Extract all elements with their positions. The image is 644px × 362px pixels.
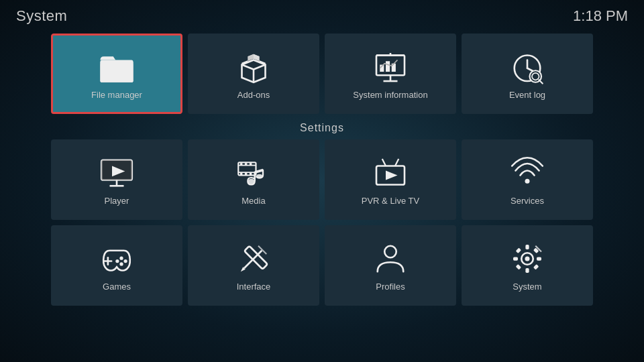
settings-row-2: Games Interface Profiles: [0, 225, 644, 306]
svg-rect-57: [516, 247, 522, 253]
tile-pvr-live-tv[interactable]: PVR & Live TV: [325, 139, 456, 220]
tile-file-manager-label: File manager: [91, 90, 142, 100]
top-bar: System 1:18 PM: [0, 0, 644, 32]
svg-line-38: [395, 159, 398, 166]
system-info-icon: [372, 48, 409, 86]
settings-row-1: Player Me: [0, 139, 644, 220]
svg-point-50: [384, 245, 396, 257]
tile-games-label: Games: [103, 282, 131, 292]
svg-rect-60: [533, 263, 539, 269]
services-icon: [508, 154, 546, 192]
tile-profiles-label: Profiles: [376, 282, 405, 292]
top-tiles-row: File manager Add-ons: [0, 34, 644, 114]
tile-pvr-live-tv-label: PVR & Live TV: [362, 196, 419, 206]
tile-system-label: System: [513, 282, 541, 292]
svg-point-45: [119, 262, 123, 265]
tile-games[interactable]: Games: [51, 225, 182, 306]
tile-interface[interactable]: Interface: [188, 225, 319, 306]
svg-line-37: [382, 159, 386, 166]
svg-rect-25: [240, 163, 243, 166]
interface-icon: [235, 240, 272, 278]
svg-point-40: [525, 178, 530, 183]
svg-rect-7: [386, 61, 390, 72]
svg-rect-2: [101, 61, 133, 82]
tile-profiles[interactable]: Profiles: [325, 225, 456, 306]
svg-rect-56: [537, 257, 541, 260]
media-icon: [235, 154, 272, 192]
svg-rect-30: [250, 173, 252, 176]
svg-point-52: [525, 256, 530, 261]
tile-event-log-label: Event log: [509, 90, 545, 100]
tile-media[interactable]: Media: [188, 139, 319, 220]
tile-event-log[interactable]: Event log: [462, 34, 593, 114]
tile-system-information-label: System information: [353, 90, 427, 100]
settings-section-label: Settings: [0, 122, 644, 134]
clock: 1:18 PM: [573, 7, 628, 25]
tile-interface-label: Interface: [237, 282, 271, 292]
svg-point-32: [256, 174, 264, 178]
folder-icon: [98, 48, 136, 86]
svg-line-15: [539, 80, 543, 83]
svg-rect-28: [240, 173, 243, 176]
tile-system[interactable]: System: [462, 225, 593, 306]
tile-services-label: Services: [511, 196, 544, 206]
svg-point-43: [119, 256, 123, 259]
profiles-icon: [372, 240, 409, 278]
tile-media-label: Media: [241, 196, 265, 206]
games-icon: [98, 240, 136, 278]
svg-point-31: [248, 178, 255, 184]
tile-player[interactable]: Player: [51, 139, 182, 220]
svg-rect-26: [245, 163, 248, 166]
pvr-live-tv-icon: [372, 154, 409, 192]
svg-rect-59: [516, 263, 522, 269]
svg-rect-54: [525, 268, 529, 273]
tile-add-ons[interactable]: Add-ons: [188, 34, 319, 114]
svg-rect-27: [250, 163, 252, 166]
tile-add-ons-label: Add-ons: [237, 90, 270, 100]
svg-rect-55: [513, 257, 518, 260]
svg-marker-39: [386, 170, 398, 180]
addons-icon: [235, 48, 272, 86]
player-icon: [98, 154, 136, 192]
svg-rect-53: [525, 245, 529, 249]
page-title: System: [16, 7, 67, 25]
svg-point-46: [115, 259, 119, 262]
event-log-icon: [508, 48, 546, 86]
svg-rect-29: [245, 173, 248, 176]
tile-services[interactable]: Services: [462, 139, 593, 220]
tile-player-label: Player: [105, 196, 129, 206]
tile-system-information[interactable]: System information: [325, 34, 456, 114]
svg-point-44: [124, 259, 127, 262]
system-icon: [508, 240, 546, 278]
tile-file-manager[interactable]: File manager: [51, 34, 182, 114]
